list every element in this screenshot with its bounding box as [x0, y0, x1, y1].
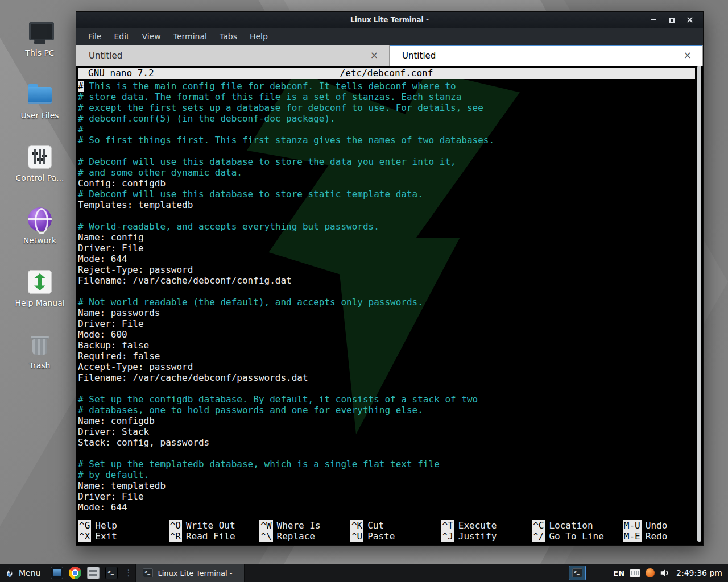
terminal-scrollbar[interactable] — [697, 66, 701, 542]
taskbar-window-button[interactable]: Linux Lite Terminal - — [135, 564, 245, 582]
tab-close-icon[interactable]: × — [681, 49, 694, 61]
terminal-line: # databases, one to hold passwords and o… — [78, 405, 703, 415]
text-cursor: # — [78, 81, 84, 92]
desktop-icon-label: User Files — [20, 111, 59, 120]
file-manager-icon[interactable] — [87, 567, 100, 579]
display-settings-icon[interactable] — [51, 567, 63, 579]
terminal-line — [78, 286, 703, 297]
terminal-line: Templates: templatedb — [78, 199, 703, 210]
shortcut-key: ^T — [441, 520, 454, 531]
nano-shortcut[interactable]: M-UUndo — [623, 520, 703, 531]
terminal-line: Mode: 600 — [78, 329, 703, 340]
menu-item-tabs[interactable]: Tabs — [213, 30, 243, 43]
terminal-line: Config: configdb — [78, 178, 703, 189]
desktop-icon-trash[interactable]: Trash — [13, 325, 67, 388]
terminal-line: Name: config — [78, 232, 703, 243]
shortcut-key: ^\ — [259, 531, 272, 542]
start-menu-button[interactable]: Menu — [0, 564, 47, 582]
terminal-line: Driver: File — [78, 243, 703, 253]
menu-item-edit[interactable]: Edit — [107, 30, 135, 43]
nano-shortcut[interactable]: ^OWrite Out — [169, 520, 254, 531]
nano-shortcut[interactable]: M-ERedo — [623, 531, 703, 542]
nano-shortcut[interactable]: ^\Replace — [259, 531, 345, 542]
tab-1[interactable]: Untitled × — [76, 45, 390, 66]
keyboard-icon[interactable] — [630, 569, 640, 577]
tabbar: Untitled × Untitled × — [76, 45, 703, 66]
taskbar-separator: ⋮ — [121, 568, 135, 578]
menu-item-file[interactable]: File — [82, 30, 107, 43]
desktop-icon-help-manual[interactable]: Help Manual — [13, 263, 67, 325]
desktop-icon-label: Help Manual — [15, 299, 64, 307]
window-controls — [646, 14, 703, 26]
desktop-icon-this-pc[interactable]: This PC — [13, 13, 67, 75]
terminal-line: Name: passwords — [78, 307, 703, 318]
terminal-launcher-icon[interactable] — [105, 567, 118, 579]
nano-shortcut[interactable]: ^WWhere Is — [259, 520, 345, 531]
shortcut-key: ^R — [169, 531, 182, 542]
tab-2[interactable]: Untitled × — [390, 45, 703, 66]
menubar: File Edit View Terminal Tabs Help — [76, 28, 703, 45]
notification-icon[interactable] — [646, 568, 655, 577]
terminal-line: Driver: File — [78, 318, 703, 329]
shortcut-label: Paste — [367, 531, 395, 542]
shortcuts-row2: ^XExit ^RRead File ^\Replace ^UPaste ^JJ… — [78, 531, 703, 542]
nano-shortcut[interactable]: ^/Go To Line — [532, 531, 617, 542]
terminal-line: # Set up the configdb database. By defau… — [78, 394, 703, 405]
close-icon — [686, 16, 693, 23]
terminal-line: Backup: false — [78, 340, 703, 351]
volume-icon[interactable] — [660, 568, 670, 578]
shortcut-key: ^J — [441, 531, 454, 542]
desktop-icons: This PC User Files Control Pa... Network… — [13, 13, 67, 388]
terminal-icon — [572, 568, 582, 577]
shortcut-label: Execute — [458, 520, 497, 531]
close-button[interactable] — [682, 14, 697, 26]
shortcut-key: M-U — [623, 520, 642, 531]
nano-shortcut[interactable]: ^CLocation — [532, 520, 617, 531]
shortcut-label: Go To Line — [549, 531, 603, 542]
nano-shortcut[interactable]: ^RRead File — [169, 531, 254, 542]
nano-shortcut[interactable]: ^GHelp — [78, 520, 163, 531]
terminal-line: # store data. The format of this file is… — [78, 92, 703, 102]
terminal-line: # and some other dynamic data. — [78, 167, 703, 178]
nano-shortcut[interactable]: ^TExecute — [441, 520, 527, 531]
terminal-line — [78, 448, 703, 459]
terminal-line: Accept-Type: password — [78, 361, 703, 372]
window-titlebar[interactable]: Linux Lite Terminal - — [76, 12, 703, 28]
shortcut-label: Read File — [186, 531, 235, 542]
terminal-line — [78, 210, 703, 221]
tab-label: Untitled — [84, 51, 367, 61]
minimize-button[interactable] — [646, 14, 661, 26]
terminal-line: # by default. — [78, 469, 703, 480]
terminal-line: Mode: 644 — [78, 253, 703, 264]
computer-icon — [26, 18, 53, 45]
nano-shortcut[interactable]: ^KCut — [350, 520, 436, 531]
linuxlite-logo-icon — [5, 568, 15, 578]
desktop-icon-network[interactable]: Network — [13, 200, 67, 263]
desktop-icon-user-files[interactable]: User Files — [13, 75, 67, 138]
shortcut-label: Where Is — [277, 520, 321, 531]
terminal-content[interactable]: GNU nano 7.2 /etc/debconf.conf # This is… — [76, 66, 703, 545]
terminal-line: # Set up the templatedb database, which … — [78, 459, 703, 469]
nano-shortcut[interactable]: ^UPaste — [350, 531, 436, 542]
terminal-line — [78, 383, 703, 394]
menu-item-terminal[interactable]: Terminal — [167, 30, 213, 43]
editor-spacer — [76, 513, 703, 520]
shortcut-label: Exit — [95, 531, 117, 542]
nano-shortcut[interactable]: ^XExit — [78, 531, 163, 542]
tray-terminal-indicator[interactable] — [569, 566, 586, 580]
control-icon — [26, 143, 53, 171]
chrome-browser-icon[interactable] — [69, 567, 81, 579]
maximize-button[interactable] — [664, 14, 679, 26]
terminal-line — [78, 146, 703, 156]
nano-shortcut[interactable]: ^JJustify — [441, 531, 527, 542]
keyboard-layout-indicator[interactable]: EN — [613, 569, 624, 577]
menu-item-help[interactable]: Help — [243, 30, 274, 43]
terminal-line: Name: templatedb — [78, 480, 703, 491]
clock[interactable]: 2:49:36 pm — [675, 568, 722, 577]
editor-text: # This is the main config file for debco… — [78, 81, 703, 513]
shortcut-label: Cut — [367, 520, 384, 531]
tab-close-icon[interactable]: × — [367, 49, 381, 61]
menu-item-view[interactable]: View — [136, 30, 167, 43]
terminal-line: Name: configdb — [78, 415, 703, 426]
desktop-icon-control-pa[interactable]: Control Pa... — [13, 138, 67, 200]
